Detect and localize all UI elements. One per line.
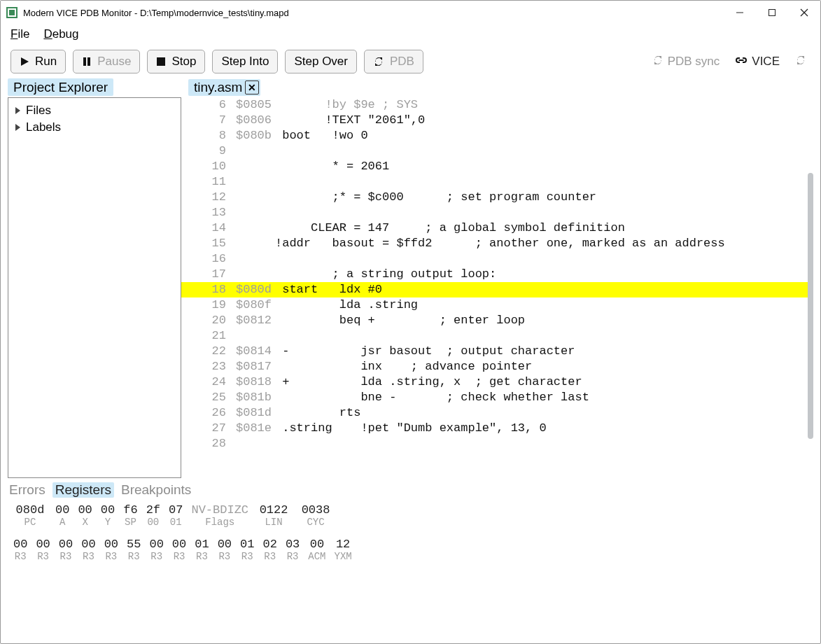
code-line[interactable]: 26$081d rts [181, 405, 808, 421]
code-line[interactable]: 8$080b boot !wo 0 [181, 128, 808, 144]
tab-errors[interactable]: Errors [9, 482, 45, 498]
address: $0814 [236, 344, 275, 359]
register-value: 00 [81, 538, 95, 551]
stop-button[interactable]: Stop [147, 50, 205, 74]
code-line[interactable]: 25$081b bne - ; check whether last [181, 390, 808, 405]
code-text [275, 328, 808, 344]
code-line[interactable]: 12 ;* = $c000 ; set program counter [181, 190, 808, 205]
stop-icon [156, 57, 166, 66]
address [236, 190, 275, 205]
run-button[interactable]: Run [10, 50, 66, 74]
address [236, 159, 275, 174]
code-text: !by $9e ; SYS [275, 97, 808, 113]
line-number: 19 [181, 298, 236, 313]
tab-registers[interactable]: Registers [52, 482, 114, 498]
code-text: beq + ; enter loop [275, 313, 808, 328]
address: $0817 [236, 359, 275, 374]
project-explorer-tab[interactable]: Project Explorer [8, 78, 113, 96]
line-number: 16 [181, 251, 236, 267]
register-label: R3 [105, 551, 117, 562]
svg-rect-8 [87, 57, 90, 66]
close-icon[interactable]: ✕ [245, 80, 259, 94]
step-over-button[interactable]: Step Over [285, 50, 357, 74]
svg-rect-3 [769, 10, 776, 16]
code-line[interactable]: 21 [181, 328, 808, 344]
svg-rect-1 [9, 10, 15, 15]
code-line[interactable]: 20$0812 beq + ; enter loop [181, 313, 808, 328]
code-line[interactable]: 14 CLEAR = 147 ; a global symbol definit… [181, 220, 808, 236]
register-value: 01 [195, 538, 209, 551]
tree-label: Labels [26, 120, 61, 134]
menu-file-label: ile [17, 27, 29, 41]
code-line[interactable]: 17 ; a string output loop: [181, 267, 808, 282]
code-text: rts [275, 405, 808, 421]
close-button[interactable] [788, 1, 820, 24]
step-into-button[interactable]: Step Into [212, 50, 278, 74]
code-text [275, 205, 808, 220]
address [236, 174, 275, 190]
register-value: 00 [310, 538, 324, 551]
vertical-scrollbar[interactable] [808, 103, 813, 472]
code-line[interactable]: 11 [181, 174, 808, 190]
pause-icon [82, 57, 92, 66]
code-text [275, 436, 808, 451]
register-label: R3 [287, 551, 299, 562]
register-value: 00 [13, 538, 27, 551]
code-line[interactable]: 9 [181, 144, 808, 159]
tab-breakpoints[interactable]: Breakpoints [121, 482, 191, 498]
line-number: 13 [181, 205, 236, 220]
menu-debug[interactable]: Debug [43, 27, 78, 41]
code-line[interactable]: 19$080f lda .string [181, 298, 808, 313]
register-label: 00 [147, 517, 159, 528]
window-title: Modern VICE PDB Monitor - D:\Temp\modern… [23, 8, 289, 18]
register-value: 00 [104, 538, 118, 551]
svg-rect-7 [83, 57, 86, 66]
code-line[interactable]: 27$081e .string !pet "Dumb example", 13,… [181, 421, 808, 436]
maximize-button[interactable] [756, 1, 788, 24]
code-text: lda .string [275, 298, 808, 313]
code-line[interactable]: 22$0814 - jsr basout ; output character [181, 344, 808, 359]
menu-file[interactable]: File [10, 27, 29, 41]
code-line[interactable]: 7$0806 !TEXT "2061",0 [181, 113, 808, 128]
address: $080f [236, 298, 275, 313]
line-number: 15 [181, 236, 236, 251]
code-text [275, 144, 808, 159]
address: $081b [236, 390, 275, 405]
code-editor[interactable]: 6$0805 !by $9e ; SYS7$0806 !TEXT "2061",… [181, 97, 813, 478]
register-cell: 00R3 [100, 538, 122, 562]
pause-label: Pause [97, 55, 131, 69]
pdb-button[interactable]: PDB [364, 50, 423, 74]
register-label: R3 [150, 551, 162, 562]
code-line[interactable]: 18$080d start ldx #0 [181, 282, 808, 298]
pause-button[interactable]: Pause [73, 50, 140, 74]
register-label: R3 [174, 551, 185, 562]
vice-refresh[interactable] [791, 55, 811, 69]
tree-item-labels[interactable]: Labels [15, 119, 174, 136]
code-line[interactable]: 10 * = 2061 [181, 159, 808, 174]
code-line[interactable]: 23$0817 inx ; advance pointer [181, 359, 808, 374]
scrollbar-thumb[interactable] [808, 173, 813, 439]
vice-status[interactable]: VICE [731, 55, 784, 69]
code-line[interactable]: 24$0818 + lda .string, x ; get character [181, 374, 808, 390]
code-line[interactable]: 28 [181, 436, 808, 451]
code-text: inx ; advance pointer [275, 359, 808, 374]
register-cell: 00R3 [9, 538, 31, 562]
register-cell: 01R3 [236, 538, 258, 562]
file-tab[interactable]: tiny.asm ✕ [188, 79, 260, 96]
register-value: 12 [336, 538, 350, 551]
register-cell: 03R3 [281, 538, 304, 562]
register-value: 02 [262, 538, 276, 551]
code-line[interactable]: 13 [181, 205, 808, 220]
code-line[interactable]: 16 [181, 251, 808, 267]
minimize-button[interactable] [724, 1, 756, 24]
code-text: !TEXT "2061",0 [275, 113, 808, 128]
register-value: 00 [78, 503, 92, 517]
tree-item-files[interactable]: Files [15, 102, 174, 119]
code-line[interactable]: 6$0805 !by $9e ; SYS [181, 97, 808, 113]
register-value: 01 [240, 538, 254, 551]
pdb-sync-status[interactable]: PDB sync [648, 55, 724, 69]
code-line[interactable]: 15!addr basout = $ffd2 ; another one, ma… [181, 236, 808, 251]
register-value: 55 [127, 538, 141, 551]
register-label: R3 [15, 551, 27, 562]
step-into-label: Step Into [221, 55, 269, 69]
